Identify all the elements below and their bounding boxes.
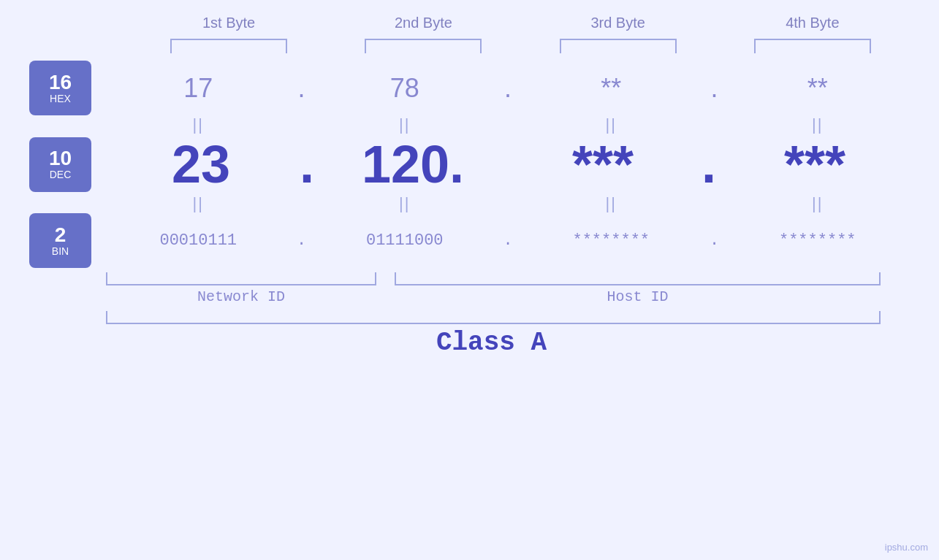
- dec-byte4: ***: [720, 134, 910, 194]
- top-bracket-1: [170, 39, 287, 53]
- full-bottom-bracket: [106, 311, 881, 324]
- network-id-label: Network ID: [106, 288, 376, 305]
- top-bracket-2: [365, 39, 482, 53]
- bottom-brackets: [106, 272, 881, 285]
- byte2-header: 2nd Byte: [326, 15, 520, 31]
- main-container: 1st Byte 2nd Byte 3rd Byte 4th Byte 16 H…: [0, 0, 939, 560]
- byte3-header: 3rd Byte: [521, 15, 715, 31]
- hex-dot1: .: [291, 73, 313, 104]
- byte4-header: 4th Byte: [715, 15, 910, 31]
- bin-dot2: .: [497, 231, 519, 250]
- hex-byte4: **: [726, 73, 911, 104]
- bin-dot3: .: [704, 231, 726, 250]
- byte-headers: 1st Byte 2nd Byte 3rd Byte 4th Byte: [132, 15, 910, 31]
- hex-badge-num: 16: [49, 72, 72, 93]
- host-id-label: Host ID: [395, 288, 881, 305]
- hex-byte3: **: [519, 73, 704, 104]
- top-bracket-3: [560, 39, 677, 53]
- eq1: ||: [106, 115, 291, 134]
- dec-dot1: .: [296, 134, 318, 194]
- eq2-4: ||: [726, 194, 911, 213]
- hex-byte2: 78: [313, 73, 498, 104]
- bracket-cell-2: [326, 39, 520, 53]
- hex-dot3: .: [704, 73, 726, 104]
- top-bracket-4: [754, 39, 871, 53]
- equals-row-2: || || || ||: [106, 194, 910, 213]
- host-bottom-bracket: [395, 272, 881, 285]
- bin-byte1: 00010111: [106, 231, 291, 250]
- bin-badge: 2 BIN: [29, 213, 91, 268]
- eq2-3: ||: [519, 194, 704, 213]
- dec-byte1: 23: [106, 134, 296, 194]
- bin-badge-label: BIN: [52, 245, 69, 257]
- eq2: ||: [313, 115, 498, 134]
- id-labels: Network ID Host ID: [106, 288, 881, 305]
- byte1-header: 1st Byte: [132, 15, 326, 31]
- watermark: ipshu.com: [885, 542, 928, 553]
- bin-byte2: 01111000: [313, 231, 498, 250]
- bin-byte3: ********: [519, 231, 704, 250]
- bin-badge-num: 2: [55, 225, 66, 245]
- hex-badge-label: HEX: [50, 93, 71, 104]
- eq3: ||: [519, 115, 704, 134]
- hex-badge: 16 HEX: [29, 61, 91, 115]
- dec-byte2: 120.: [318, 134, 508, 194]
- hex-byte1: 17: [106, 73, 291, 104]
- dec-byte3: ***: [508, 134, 698, 194]
- dec-badge-label: DEC: [50, 169, 72, 180]
- eq2-2: ||: [313, 194, 498, 213]
- network-bottom-bracket: [106, 272, 376, 285]
- equals-row-1: || || || ||: [106, 115, 910, 134]
- eq4: ||: [726, 115, 911, 134]
- dec-dot2: .: [698, 134, 720, 194]
- bin-data-row: 2 BIN 00010111 . 01111000 . ******** .: [29, 213, 910, 268]
- class-label: Class A: [73, 324, 910, 365]
- dec-ip-row: 23 . 120. *** . ***: [106, 134, 910, 194]
- bin-ip-row: 00010111 . 01111000 . ******** . *******…: [106, 231, 910, 250]
- eq2-1: ||: [106, 194, 291, 213]
- hex-ip-row: 17 . 78 . ** . **: [106, 73, 910, 104]
- bin-dot1: .: [291, 231, 313, 250]
- dec-data-row: 10 DEC 23 . 120. *** . ***: [29, 134, 910, 194]
- bracket-cell-4: [715, 39, 910, 53]
- hex-data-row: 16 HEX 17 . 78 . ** . **: [29, 61, 910, 115]
- bracket-cell-1: [132, 39, 326, 53]
- dec-badge-num: 10: [49, 148, 72, 169]
- top-bracket-row: [132, 39, 910, 53]
- hex-dot2: .: [497, 73, 519, 104]
- bracket-cell-3: [521, 39, 715, 53]
- dec-badge: 10 DEC: [29, 137, 91, 192]
- bin-byte4: ********: [726, 231, 911, 250]
